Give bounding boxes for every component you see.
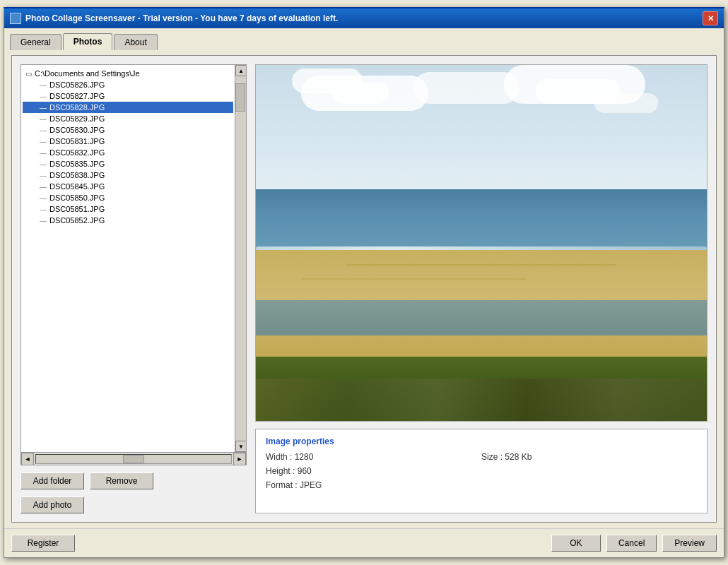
height-label: Height :	[266, 466, 295, 476]
size-label: Size :	[481, 452, 503, 462]
sand-line-1	[346, 264, 617, 266]
list-item[interactable]: DSC05850.JPG	[23, 192, 233, 203]
format-line: Format : JPEG	[266, 480, 481, 490]
titlebar-left: Photo Collage Screensaver - Trial versio…	[10, 13, 338, 24]
format-prop	[481, 466, 697, 476]
scroll-right-button[interactable]: ►	[233, 453, 246, 465]
tab-bar: General Photos About	[4, 28, 724, 49]
footer-right: OK Cancel Preview	[551, 535, 717, 552]
list-item[interactable]: DSC05826.JPG	[23, 79, 233, 90]
titlebar: Photo Collage Screensaver - Trial versio…	[4, 8, 724, 28]
main-panel: ▭ C:\Documents and Settings\Je DSC05826.…	[11, 55, 717, 523]
file-tree-content: ▭ C:\Documents and Settings\Je DSC05826.…	[21, 65, 235, 229]
scroll-up-button[interactable]: ▲	[235, 65, 246, 76]
file-tree-scroll[interactable]: ▭ C:\Documents and Settings\Je DSC05826.…	[21, 65, 235, 452]
remove-button[interactable]: Remove	[90, 472, 153, 489]
expand-icon: ▭	[25, 70, 32, 78]
beach-scene	[256, 65, 707, 421]
preview-button[interactable]: Preview	[662, 535, 717, 552]
properties-grid: Width : 1280 Size : 528 Kb Height : 960	[266, 452, 697, 490]
file-list: DSC05826.JPGDSC05827.JPGDSC05828.JPGDSC0…	[23, 79, 233, 226]
list-item[interactable]: DSC05827.JPG	[23, 90, 233, 102]
list-item[interactable]: DSC05835.JPG	[23, 158, 233, 170]
image-properties-title: Image properties	[266, 436, 697, 446]
list-item[interactable]: DSC05829.JPG	[23, 113, 233, 124]
button-row-bottom: Add photo	[20, 496, 247, 513]
scroll-track-horizontal[interactable]	[35, 454, 232, 464]
scroll-thumb-horizontal[interactable]	[123, 455, 144, 463]
add-folder-button[interactable]: Add folder	[20, 472, 84, 489]
height-value: 960	[298, 466, 312, 476]
size-prop: Size : 528 Kb	[481, 452, 697, 462]
scroll-down-button[interactable]: ▼	[235, 441, 246, 452]
ok-button[interactable]: OK	[551, 535, 601, 552]
content-area: ▭ C:\Documents and Settings\Je DSC05826.…	[4, 49, 724, 528]
file-tree-container: ▭ C:\Documents and Settings\Je DSC05826.…	[20, 64, 247, 465]
list-item[interactable]: DSC05831.JPG	[23, 136, 233, 147]
image-preview	[255, 64, 708, 422]
size-value: 528 Kb	[505, 452, 532, 462]
width-label: Width :	[266, 452, 292, 462]
scroll-left-button[interactable]: ◄	[21, 453, 34, 465]
add-photo-button[interactable]: Add photo	[20, 496, 84, 513]
left-panel: ▭ C:\Documents and Settings\Je DSC05826.…	[20, 64, 247, 513]
list-item[interactable]: DSC05845.JPG	[23, 181, 233, 192]
format-label: Format :	[266, 480, 298, 490]
close-button[interactable]: ✕	[703, 11, 718, 25]
footer-left: Register	[11, 535, 75, 552]
tab-about[interactable]: About	[114, 34, 157, 50]
button-row-top: Add folder Remove	[20, 472, 247, 489]
water-channel	[256, 300, 707, 335]
tab-photos[interactable]: Photos	[63, 33, 113, 50]
list-item[interactable]: DSC05828.JPG	[23, 102, 233, 113]
folder-path: C:\Documents and Settings\Je	[35, 69, 140, 78]
image-properties-panel: Image properties Width : 1280 Size : 528…	[255, 429, 708, 513]
cloud-7	[594, 93, 658, 113]
app-icon	[10, 13, 21, 24]
list-item[interactable]: DSC05838.JPG	[23, 170, 233, 181]
list-item[interactable]: DSC05832.JPG	[23, 147, 233, 158]
register-button[interactable]: Register	[11, 535, 75, 552]
tree-folder: ▭ C:\Documents and Settings\Je	[23, 68, 233, 79]
scroll-track-vertical[interactable]	[235, 76, 246, 441]
right-panel: Image properties Width : 1280 Size : 528…	[255, 64, 708, 513]
horizontal-scrollbar[interactable]: ◄ ►	[21, 452, 246, 465]
main-window: Photo Collage Screensaver - Trial versio…	[4, 7, 724, 558]
list-item[interactable]: DSC05830.JPG	[23, 124, 233, 136]
grass-detail	[256, 379, 707, 421]
window-title: Photo Collage Screensaver - Trial versio…	[25, 13, 338, 23]
list-item[interactable]: DSC05852.JPG	[23, 215, 233, 226]
width-value: 1280	[295, 452, 314, 462]
width-prop: Width : 1280	[266, 452, 481, 462]
list-item[interactable]: DSC05851.JPG	[23, 203, 233, 215]
cancel-button[interactable]: Cancel	[606, 535, 657, 552]
tab-general[interactable]: General	[10, 34, 61, 50]
cloud-3	[332, 83, 389, 104]
footer: Register OK Cancel Preview	[4, 528, 724, 557]
vertical-scrollbar[interactable]: ▲ ▼	[235, 65, 246, 452]
height-prop: Height : 960	[266, 466, 481, 476]
scroll-thumb-vertical[interactable]	[235, 83, 245, 112]
format-value: JPEG	[300, 480, 322, 490]
